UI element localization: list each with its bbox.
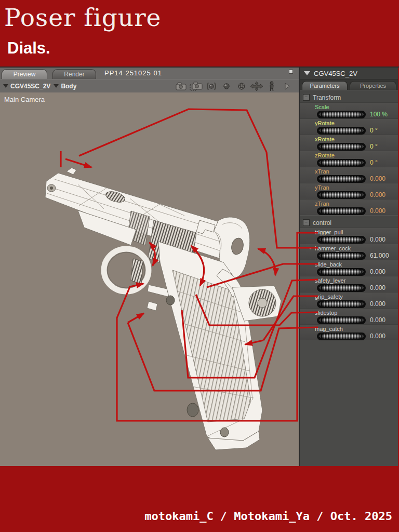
display-controls <box>173 81 294 91</box>
dial-row-grip_safety: grip_safety0.000 <box>300 292 398 308</box>
dial-knob[interactable] <box>317 268 366 276</box>
dial-knob[interactable] <box>317 159 366 167</box>
dial-row-xTran: xTran0.000 <box>300 167 398 183</box>
figure-header[interactable]: CGV45SC_2V <box>300 68 398 79</box>
document-title: PP14 251025 01 <box>104 69 162 79</box>
dial-row-zRotate: zRotate0 ° <box>300 151 398 167</box>
collapse-icon[interactable]: − <box>303 219 310 226</box>
dial-value[interactable]: 0 ° <box>370 127 378 134</box>
credit-text: motokami_C / Motokami_Ya / Oct. 2025 <box>144 510 392 523</box>
sphere-icon[interactable] <box>220 81 233 91</box>
arrow-right-icon[interactable] <box>280 81 294 91</box>
dial-knurl[interactable] <box>322 112 361 117</box>
dial-label: grip_safety <box>315 294 343 300</box>
viewport-toolbar: CGV45SC_2V Body <box>0 79 299 92</box>
dial-knob[interactable] <box>317 111 366 118</box>
tab-render[interactable]: Render <box>52 69 96 79</box>
dial-label: Scale <box>315 104 329 110</box>
dial-row-mag_catch: mag_catch0.000 <box>300 324 398 340</box>
dial-knurl[interactable] <box>322 128 361 134</box>
dial-knurl[interactable] <box>322 208 361 214</box>
tab-properties[interactable]: Properties <box>350 81 396 90</box>
chevron-down-icon <box>3 84 8 88</box>
dial-value[interactable]: 0.000 <box>370 268 385 275</box>
dial-row-yTran: yTran0.000 <box>300 183 398 199</box>
section-title: control <box>313 219 331 227</box>
dial-knob[interactable] <box>317 127 366 135</box>
dial-row-slide_back: slide_back0.000 <box>300 260 398 276</box>
dial-row-safety_lever: safety_lever0.000 <box>300 276 398 292</box>
dial-knob[interactable] <box>317 284 366 292</box>
dial-knob[interactable] <box>317 207 366 215</box>
dial-knob[interactable] <box>317 252 366 260</box>
dial-knurl[interactable] <box>322 334 361 339</box>
dial-knob[interactable] <box>317 300 366 308</box>
camera-label[interactable]: Main Camera <box>4 96 45 103</box>
figure-name: CGV45SC_2V <box>314 70 357 77</box>
dial-knob[interactable] <box>317 191 366 199</box>
dial-knurl[interactable] <box>322 317 361 323</box>
tab-parameters[interactable]: Parameters <box>302 81 348 90</box>
dial-label: safety_lever <box>315 277 345 284</box>
dial-knob[interactable] <box>317 332 366 340</box>
camera-icon[interactable] <box>175 81 188 91</box>
dial-value[interactable]: 0.000 <box>370 300 385 308</box>
body-part-dropdown[interactable]: Body <box>54 83 76 90</box>
dial-value[interactable]: 100 % <box>370 111 388 118</box>
dial-label: zRotate <box>315 152 335 158</box>
collapse-icon[interactable]: − <box>303 94 310 101</box>
dial-value[interactable]: 0.000 <box>370 284 385 291</box>
wire-sphere-icon[interactable] <box>235 81 248 91</box>
dial-value[interactable]: 61.000 <box>370 252 389 259</box>
dial-label: xTran <box>315 168 329 175</box>
dial-value[interactable]: 0.000 <box>370 236 385 243</box>
camera-select-icon[interactable] <box>190 81 203 91</box>
dial-knob[interactable] <box>317 316 366 324</box>
dial-knurl[interactable] <box>322 160 361 166</box>
dial-label: zTran <box>315 201 329 207</box>
dial-label: slide_back <box>315 261 342 268</box>
tab-preview[interactable]: Preview <box>2 69 47 79</box>
dial-value[interactable]: 0.000 <box>370 207 385 215</box>
selected-dot: ● <box>309 246 315 250</box>
move-cross-icon[interactable] <box>250 81 263 91</box>
dial-knurl[interactable] <box>322 301 361 307</box>
dial-knurl[interactable] <box>322 176 361 182</box>
dial-knurl[interactable] <box>322 237 361 243</box>
dial-label: trigger_pull <box>315 229 343 235</box>
preview-viewport[interactable]: Main Camera <box>0 92 299 466</box>
dial-value[interactable]: 0.000 <box>370 332 385 340</box>
dial-value[interactable]: 0.000 <box>370 191 385 198</box>
ball-bracket-icon[interactable] <box>205 81 218 91</box>
page-subtitle: Dials. <box>7 39 399 58</box>
dial-value[interactable]: 0 ° <box>370 143 378 150</box>
credit-band: motokami_C / Motokami_Ya / Oct. 2025 <box>0 466 399 532</box>
parameters-panel: CGV45SC_2V Parameters Properties −Transf… <box>300 68 398 466</box>
dial-knob[interactable] <box>317 143 366 151</box>
figure-icon[interactable] <box>265 81 278 91</box>
dial-knurl[interactable] <box>322 285 361 291</box>
dial-knurl[interactable] <box>322 144 361 150</box>
dial-knurl[interactable] <box>322 269 361 275</box>
dial-value[interactable]: 0.000 <box>370 316 385 324</box>
dial-knurl[interactable] <box>322 192 361 198</box>
section-header[interactable]: −Transform <box>300 90 398 102</box>
dial-row-hammer_cock: ●hammer_cock61.000 <box>300 244 398 260</box>
dial-knob[interactable] <box>317 236 366 244</box>
document-area: Preview Render PP14 251025 01 CGV45SC_2V… <box>0 68 300 466</box>
document-tabbar: Preview Render PP14 251025 01 <box>0 68 299 79</box>
dial-label: xRotate <box>315 136 335 142</box>
page-title: Poser figure <box>0 0 399 32</box>
dial-value[interactable]: 0.000 <box>370 175 385 182</box>
dial-knurl[interactable] <box>322 253 361 259</box>
dial-label: hammer_cock <box>315 245 351 251</box>
section-header[interactable]: −control <box>300 215 398 228</box>
title-banner: Poser figure Dials. <box>0 0 399 66</box>
section-transform: −TransformScale100 %yRotate0 °xRotate0 °… <box>300 90 398 215</box>
dial-value[interactable]: 0 ° <box>370 159 378 166</box>
actor-dropdown[interactable]: CGV45SC_2V <box>3 83 50 90</box>
dial-row-Scale: Scale100 % <box>300 102 398 118</box>
dial-knob[interactable] <box>317 175 366 183</box>
dial-row-yRotate: yRotate0 ° <box>300 118 398 135</box>
section-control: −controltrigger_pull0.000●hammer_cock61.… <box>300 215 398 340</box>
